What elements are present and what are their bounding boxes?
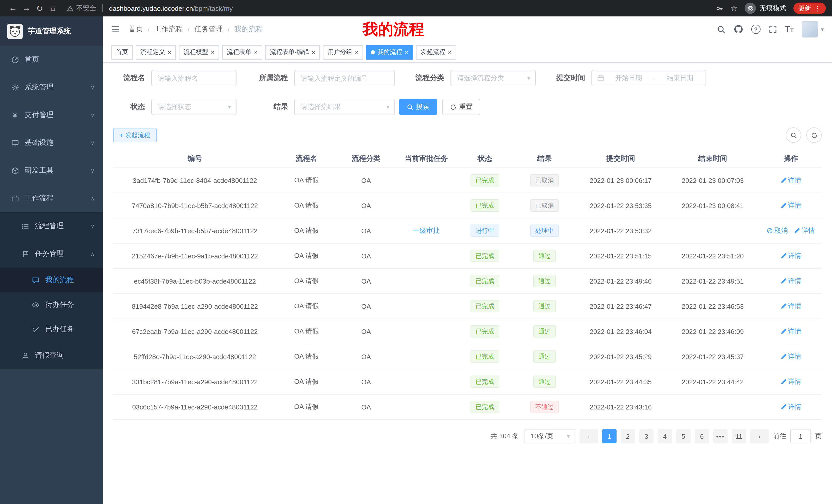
sidebar-item-done-task[interactable]: 已办任务 — [0, 317, 103, 342]
action-label: 详情 — [788, 402, 801, 412]
detail-link[interactable]: 详情 — [780, 352, 801, 361]
update-button[interactable]: 更新 ⋮ — [794, 3, 826, 14]
breadcrumb-home[interactable]: 首页 — [129, 25, 143, 34]
close-icon[interactable]: × — [254, 49, 258, 55]
edit-icon — [780, 278, 786, 284]
page-button[interactable]: 5 — [676, 429, 691, 443]
detail-link[interactable]: 详情 — [794, 226, 815, 235]
prev-page-button[interactable]: ‹ — [579, 429, 598, 443]
incognito-icon — [745, 3, 756, 14]
task-link[interactable]: 一级审批 — [413, 227, 440, 234]
back-icon[interactable]: ← — [6, 4, 20, 13]
tab-process-form-edit[interactable]: 流程表单-编辑× — [265, 45, 320, 59]
tab-my-process[interactable]: 我的流程× — [366, 45, 413, 59]
status-badge: 已完成 — [470, 351, 499, 363]
close-icon[interactable]: × — [167, 49, 171, 55]
sidebar-item-task-manage[interactable]: 任务管理 ∧ — [0, 240, 103, 268]
detail-link[interactable]: 详情 — [780, 251, 801, 260]
page-button[interactable]: 2 — [621, 429, 635, 443]
refresh-button[interactable] — [806, 128, 822, 143]
process-name-input[interactable] — [151, 70, 237, 86]
chat-icon — [31, 276, 40, 284]
sidebar-item-leave-query[interactable]: 请假查询 — [0, 342, 103, 369]
goto-page-input[interactable] — [790, 429, 811, 443]
close-icon[interactable]: × — [312, 49, 315, 55]
key-icon[interactable] — [716, 4, 723, 12]
process-key-input[interactable] — [294, 70, 395, 86]
process-name: OA 请假 — [277, 168, 336, 193]
sidebar-item-system[interactable]: 系统管理 ∨ — [0, 74, 103, 101]
font-size-icon[interactable]: TT — [785, 25, 794, 33]
forward-icon[interactable]: → — [20, 4, 33, 13]
detail-link[interactable]: 详情 — [780, 327, 801, 336]
process-id: 3ad174fb-7b9d-11ec-8404-acde48001122 — [113, 168, 277, 193]
pager-ellipsis[interactable]: ••• — [713, 429, 728, 443]
page-button[interactable]: 1 — [602, 429, 617, 443]
submit-time: 2022-01-22 23:46:04 — [576, 319, 666, 344]
sidebar-item-process-manage[interactable]: 流程管理 ∨ — [0, 212, 103, 240]
sidebar-item-devtools[interactable]: 研发工具 ∨ — [0, 157, 103, 185]
detail-link[interactable]: 详情 — [780, 176, 801, 185]
detail-link[interactable]: 详情 — [780, 302, 801, 311]
sidebar-item-payment[interactable]: ¥ 支付管理 ∨ — [0, 101, 103, 129]
process-name: OA 请假 — [277, 293, 336, 319]
edit-icon — [780, 253, 786, 259]
breadcrumb-workflow[interactable]: 工作流程 — [154, 25, 183, 34]
date-range-picker[interactable]: 开始日期 - 结束日期 — [591, 70, 706, 86]
sidebar-item-workflow[interactable]: 工作流程 ∧ — [0, 185, 103, 212]
fullscreen-icon[interactable] — [769, 25, 777, 33]
sidebar-toggle-icon[interactable] — [111, 25, 120, 34]
reload-icon[interactable]: ↻ — [33, 3, 46, 13]
tab-home[interactable]: 首页 — [111, 45, 133, 59]
tab-process-model[interactable]: 流程模型× — [179, 45, 219, 59]
page-button[interactable]: 11 — [732, 429, 746, 443]
breadcrumb-current: 我的流程 — [234, 25, 263, 34]
page-button[interactable]: 6 — [695, 429, 709, 443]
tab-start-process[interactable]: 发起流程× — [416, 45, 456, 59]
page-size-select[interactable]: 10条/页 ▾ — [524, 429, 575, 443]
result-select[interactable]: 请选择流结果 ▾ — [294, 99, 395, 115]
close-icon[interactable]: × — [405, 49, 408, 55]
tab-process-definition[interactable]: 流程定义× — [136, 45, 176, 59]
cancel-link[interactable]: 取消 — [767, 226, 788, 235]
chevron-up-icon: ∧ — [90, 195, 95, 202]
security-warning[interactable]: 不安全 — [67, 4, 96, 13]
tab-user-group[interactable]: 用户分组× — [323, 45, 363, 59]
menu-dots-icon[interactable]: ⋮ — [814, 4, 821, 12]
search-button[interactable]: 搜索 — [399, 99, 437, 115]
github-icon[interactable] — [734, 25, 743, 34]
home-icon[interactable]: ⌂ — [46, 4, 60, 13]
detail-link[interactable]: 详情 — [780, 201, 801, 210]
breadcrumb-task-manage[interactable]: 任务管理 — [194, 25, 223, 34]
row-actions: 详情 — [760, 394, 822, 419]
sidebar-item-home[interactable]: 首页 — [0, 46, 103, 74]
help-icon[interactable]: ? — [751, 25, 760, 34]
close-icon[interactable]: × — [211, 49, 214, 55]
category-select[interactable]: 请选择流程分类 ▾ — [450, 70, 536, 86]
tab-process-form[interactable]: 流程表单× — [222, 45, 262, 59]
user-menu[interactable]: ▾ — [802, 21, 824, 37]
star-icon[interactable]: ☆ — [730, 4, 737, 13]
page-button[interactable]: 3 — [639, 429, 654, 443]
detail-link[interactable]: 详情 — [780, 402, 801, 412]
plus-icon: + — [120, 132, 123, 139]
status-badge: 已完成 — [470, 275, 499, 287]
sidebar-item-infra[interactable]: 基础设施 ∨ — [0, 129, 103, 157]
detail-link[interactable]: 详情 — [780, 377, 801, 386]
start-date-input[interactable]: 开始日期 — [608, 74, 649, 83]
toggle-search-button[interactable] — [786, 128, 801, 143]
status-select[interactable]: 请选择状态 ▾ — [151, 99, 237, 115]
reset-button[interactable]: 重置 — [442, 99, 480, 115]
create-process-button[interactable]: + 发起流程 — [113, 128, 157, 142]
close-icon[interactable]: × — [355, 49, 358, 55]
address-bar[interactable]: 不安全 dashboard.yudao.iocoder.cn/bpm/task/… — [67, 4, 716, 13]
search-icon[interactable] — [717, 25, 726, 34]
range-separator: - — [653, 74, 656, 82]
next-page-button[interactable]: › — [750, 429, 769, 443]
detail-link[interactable]: 详情 — [780, 276, 801, 286]
close-icon[interactable]: × — [448, 49, 451, 55]
page-button[interactable]: 4 — [658, 429, 672, 443]
sidebar-item-todo-task[interactable]: 待办任务 — [0, 292, 103, 317]
sidebar-item-my-process[interactable]: 我的流程 — [0, 268, 103, 292]
end-date-input[interactable]: 结束日期 — [659, 74, 700, 83]
